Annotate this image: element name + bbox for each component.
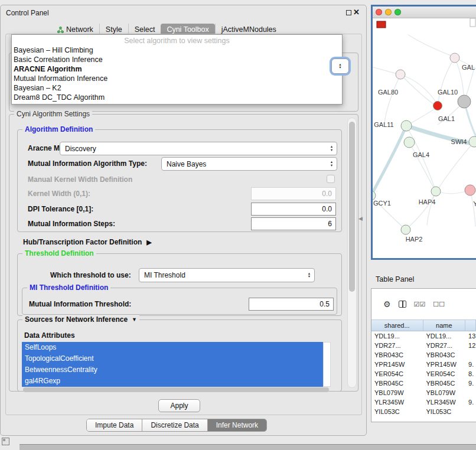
tab-impute-data[interactable]: Impute Data <box>87 419 142 431</box>
tab-infer-network[interactable]: Infer Network <box>208 419 266 431</box>
panel-collapse-arrow-icon[interactable]: ◀ <box>358 216 363 221</box>
clear-selection-icon[interactable]: ☐☐ <box>433 300 445 308</box>
table-cell: YER054C <box>371 369 423 379</box>
list-item[interactable]: BetweennessCentrality <box>22 364 323 376</box>
float-window-button[interactable] <box>346 10 351 15</box>
column-header[interactable] <box>465 320 476 331</box>
mi-algorithm-type-select[interactable]: Naive Bayes ▲▼ <box>161 157 337 171</box>
table-cell: YIL053C <box>423 407 465 416</box>
network-edge[interactable] <box>384 74 400 123</box>
network-node[interactable] <box>433 102 442 110</box>
column-header[interactable]: shared... <box>371 320 423 331</box>
list-item[interactable]: SelfLoops <box>22 342 323 353</box>
network-canvas[interactable]: GAL80GAL10GALGAL11GAL1SWI4GAL4GCY1HAP4YH… <box>373 18 476 258</box>
list-scrollbar-track[interactable] <box>323 342 331 387</box>
network-edge[interactable] <box>402 75 438 105</box>
network-node[interactable] <box>458 95 471 108</box>
kernel-width-label: Kernel Width (0,1): <box>28 190 90 198</box>
dropdown-item[interactable]: Bayesian – K2 <box>12 83 342 93</box>
select-all-icon[interactable]: ☑☑ <box>414 300 426 308</box>
hub-definition-expander[interactable]: Hub/Transcription Factor Definition ▶ <box>23 238 152 246</box>
dropdown-item[interactable]: Mutual Information Inference <box>12 74 342 83</box>
dropdown-item[interactable]: Basic Correlation Inference <box>12 55 342 64</box>
table-cell <box>465 350 476 360</box>
table-row[interactable]: YBL079WYBL079W <box>371 388 476 397</box>
traffic-light-close[interactable] <box>376 9 382 15</box>
table-toolbar: ⚙☑☑☐☐ <box>371 289 476 319</box>
chevron-updown-icon: ▲▼ <box>327 145 337 152</box>
dropdown-item[interactable]: Dream8 DC_TDC Algorithm <box>12 93 342 102</box>
traffic-light-minimize[interactable] <box>385 9 392 15</box>
network-node[interactable] <box>373 191 376 200</box>
network-node[interactable] <box>404 137 415 148</box>
network-scrollbar[interactable] <box>470 18 475 27</box>
mi-threshold-input[interactable]: 0.5 <box>249 298 334 311</box>
tab-label: Style <box>106 25 122 34</box>
table-cell: YDL19... <box>371 331 423 341</box>
table-row[interactable]: YBR043CYBR043C <box>371 350 476 360</box>
manual-kernel-checkbox[interactable] <box>327 175 335 183</box>
horizontal-scrollbar-thumb[interactable] <box>23 387 329 392</box>
apply-button[interactable]: Apply <box>158 399 200 412</box>
dropdown-item[interactable]: ARACNE Algorithm <box>12 64 342 74</box>
table-row[interactable]: YIL053CYIL053C <box>371 407 476 416</box>
traffic-light-zoom[interactable] <box>395 9 401 15</box>
network-edge[interactable] <box>409 142 435 190</box>
threshold-definition-title: Threshold Definition <box>22 249 96 257</box>
algorithm-combo-button[interactable]: ▲▼ <box>331 58 349 74</box>
network-edge[interactable] <box>373 67 399 74</box>
list-item[interactable]: TopologicalCoefficient <box>22 353 323 364</box>
mi-steps-label: Mutual Information Steps: <box>28 220 115 228</box>
mi-steps-value: 6 <box>328 220 332 228</box>
sources-group-title[interactable]: Sources for Network Inference ▼ <box>22 315 139 324</box>
table-row[interactable]: YER054CYER054C8. <box>371 369 476 379</box>
table-cell: YBL079W <box>423 388 465 397</box>
aracne-mode-value: Discovery <box>60 145 327 153</box>
table-row[interactable]: YDR27...YDR27...12 <box>371 341 476 350</box>
network-node[interactable] <box>465 185 475 195</box>
column-header[interactable]: name <box>423 320 466 331</box>
network-node[interactable] <box>396 70 405 79</box>
list-item[interactable]: gal4RGexp <box>22 376 323 387</box>
network-node[interactable] <box>450 53 459 63</box>
tab-label: Network <box>66 25 93 34</box>
table-cell <box>465 388 476 397</box>
node-label: GAL11 <box>374 121 393 128</box>
tab-discretize-data[interactable]: Discretize Data <box>142 419 207 431</box>
network-node[interactable] <box>401 120 412 131</box>
node-label: GAL <box>462 64 475 71</box>
network-node[interactable] <box>469 136 476 147</box>
bottom-status-bar <box>19 444 476 450</box>
table-row[interactable]: YPR145WYPR145W9. <box>371 360 476 369</box>
table-row[interactable]: YBR045CYBR045C9. <box>371 379 476 388</box>
network-edge[interactable] <box>438 142 474 190</box>
aracne-mode-select[interactable]: Discovery ▲▼ <box>60 142 337 155</box>
settings-scrollbar[interactable] <box>347 118 357 388</box>
table-cell: 9. <box>465 397 476 407</box>
dpi-tolerance-input[interactable]: 0.0 <box>251 203 336 216</box>
dropdown-item[interactable]: Bayesian – Hill Climbing <box>12 45 342 55</box>
dock-panel-icon[interactable] <box>2 438 9 445</box>
table-row[interactable]: YDL19...YDL19...13 <box>371 331 476 341</box>
network-edge[interactable] <box>400 74 436 106</box>
network-node[interactable] <box>401 225 410 234</box>
table-cell: 9. <box>465 379 476 388</box>
which-threshold-select[interactable]: MI Threshold ▲▼ <box>139 268 315 282</box>
table-cell: YDR27... <box>371 341 423 350</box>
close-button[interactable]: ✕ <box>353 8 360 17</box>
network-edge[interactable] <box>408 35 454 57</box>
network-edge[interactable] <box>438 58 455 106</box>
table-row[interactable]: YLR345WYLR345W9. <box>371 397 476 407</box>
network-node-badge[interactable] <box>377 21 386 28</box>
scrollbar-thumb[interactable] <box>349 122 355 292</box>
network-edge[interactable] <box>373 126 406 197</box>
columns-icon[interactable] <box>399 301 406 308</box>
network-node[interactable] <box>431 187 441 196</box>
kernel-width-input[interactable]: 0.0 <box>251 187 336 200</box>
mi-steps-input[interactable]: 6 <box>251 217 336 230</box>
mi-algorithm-type-value: Naive Bayes <box>162 160 327 168</box>
table-cell: YPR145W <box>423 360 465 369</box>
gear-icon[interactable]: ⚙ <box>383 300 391 308</box>
network-edge[interactable] <box>427 191 436 225</box>
network-edge[interactable] <box>436 190 470 194</box>
